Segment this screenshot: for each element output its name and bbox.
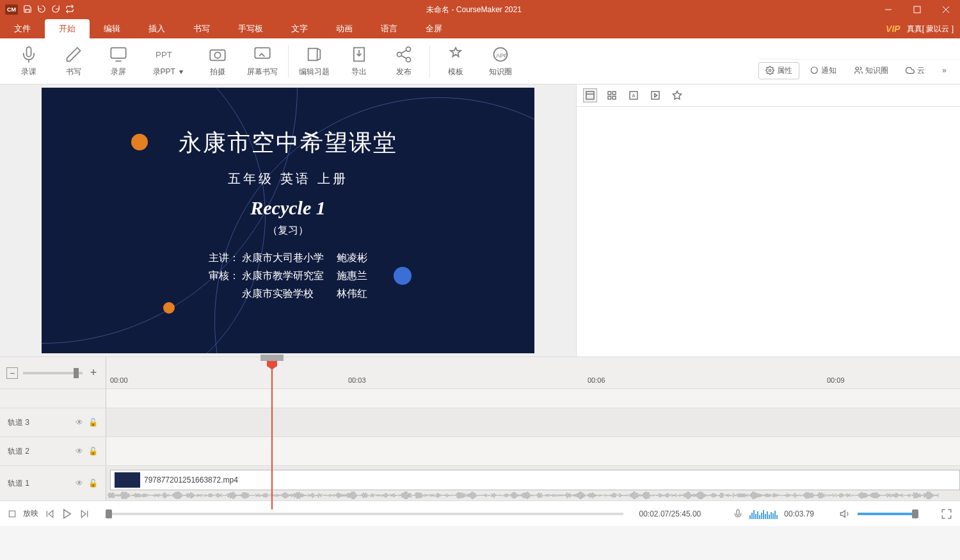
undo-icon[interactable]	[37, 4, 46, 15]
menu-write[interactable]: 书写	[179, 19, 224, 38]
tool-record[interactable]: 录课	[6, 38, 51, 84]
mic-icon[interactable]	[733, 509, 743, 519]
tool-screen[interactable]: 录屏	[96, 38, 141, 84]
svg-rect-4	[111, 47, 125, 58]
panel-layout-icon[interactable]	[583, 88, 597, 102]
svg-rect-24	[612, 92, 616, 95]
timeline-ruler[interactable]: 00:00 00:03 00:06 00:09	[106, 357, 960, 389]
eye-icon[interactable]: 👁	[76, 447, 83, 456]
tool-publish[interactable]: 发布	[381, 38, 426, 84]
timeline: − + 00:00 00:03 00:06 00:09 轨道 3👁🔓 轨道 2👁…	[0, 356, 960, 500]
tab-circle[interactable]: 知识圈	[847, 62, 895, 79]
tab-notify[interactable]: 通知	[803, 62, 844, 79]
svg-rect-23	[608, 92, 611, 95]
menu-handwrite[interactable]: 手写板	[224, 19, 277, 38]
svg-rect-9	[255, 47, 269, 58]
volume-slider[interactable]	[858, 513, 915, 515]
stop-icon[interactable]	[8, 509, 17, 518]
window-title: 未命名 - CourseMaker 2021	[74, 4, 874, 15]
app-logo: CM	[5, 4, 18, 15]
svg-rect-7	[210, 50, 225, 60]
minimize-button[interactable]	[874, 0, 902, 19]
svg-rect-21	[586, 92, 594, 99]
audio-meter	[749, 509, 778, 519]
tool-screenwrite[interactable]: 屏幕书写	[240, 38, 285, 84]
svg-line-15	[401, 50, 406, 53]
panel-star-icon[interactable]	[670, 88, 684, 102]
panel-play-icon[interactable]	[648, 88, 662, 102]
track-3[interactable]: 轨道 3👁🔓	[0, 408, 960, 436]
maximize-button[interactable]	[902, 0, 931, 19]
more-icon[interactable]: »	[935, 63, 954, 78]
menubar: 文件 开始 编辑 插入 书写 手写板 文字 动画 语言 全屏 VIP 真真[ 蒙…	[0, 19, 960, 38]
svg-rect-1	[914, 6, 920, 13]
tool-write[interactable]: 书写	[51, 38, 96, 84]
panel-grid-icon[interactable]	[605, 88, 619, 102]
menu-start[interactable]: 开始	[45, 19, 90, 38]
video-clip[interactable]: 797877201251663872.mp4	[110, 470, 960, 490]
menu-anim[interactable]: 动画	[322, 19, 367, 38]
user-label[interactable]: 真真[ 蒙以云 ]	[907, 24, 954, 35]
zoom-in-button[interactable]: +	[88, 367, 99, 379]
svg-rect-29	[652, 92, 659, 99]
svg-text:PPT: PPT	[156, 50, 172, 60]
eye-icon[interactable]: 👁	[76, 479, 83, 488]
clip-filename: 797877201251663872.mp4	[144, 476, 238, 484]
volume-icon[interactable]	[840, 508, 851, 520]
menu-fullscreen[interactable]: 全屏	[412, 19, 456, 38]
main-area: 永康市空中希望课堂 五年级 英语 上册 Recycle 1 （复习） 主讲： 永…	[0, 84, 960, 356]
next-icon[interactable]	[79, 509, 90, 519]
properties-panel: A	[576, 84, 960, 356]
vip-badge[interactable]: VIP	[886, 24, 900, 34]
menu-lang[interactable]: 语言	[367, 19, 412, 38]
svg-marker-36	[81, 510, 86, 517]
svg-point-13	[397, 52, 402, 56]
svg-point-14	[406, 57, 411, 61]
lock-icon[interactable]: 🔓	[88, 447, 98, 456]
tab-cloud[interactable]: 云	[899, 62, 932, 79]
close-button[interactable]	[931, 0, 960, 19]
svg-point-8	[214, 52, 220, 58]
menu-insert[interactable]: 插入	[134, 19, 179, 38]
svg-rect-25	[608, 96, 611, 99]
preview-area: 永康市空中希望课堂 五年级 英语 上册 Recycle 1 （复习） 主讲： 永…	[0, 84, 576, 356]
slide-note: （复习）	[42, 224, 534, 237]
redo-icon[interactable]	[51, 4, 60, 15]
prev-icon[interactable]	[45, 509, 55, 519]
slide-title2: Recycle 1	[42, 197, 534, 219]
titlebar: CM 未命名 - CourseMaker 2021	[0, 0, 960, 19]
track-1[interactable]: 轨道 1👁🔓 797877201251663872.mp4	[0, 465, 960, 500]
menu-edit[interactable]: 编辑	[90, 19, 134, 38]
tool-photo[interactable]: 拍摄	[195, 38, 240, 84]
panel-text-icon[interactable]: A	[627, 88, 641, 102]
waveform	[108, 492, 940, 499]
menu-file[interactable]: 文件	[0, 19, 45, 38]
play-icon[interactable]	[61, 508, 73, 520]
menu-text[interactable]: 文字	[277, 19, 322, 38]
save-icon[interactable]	[23, 4, 32, 15]
play-label[interactable]: 放映	[23, 508, 38, 519]
zoom-out-button[interactable]: −	[6, 367, 18, 379]
slide-credits: 主讲： 永康市大司巷小学 鲍凌彬 审核： 永康市教学研究室 施惠兰 永康市实验学…	[42, 249, 534, 303]
lock-icon[interactable]: 🔓	[88, 418, 98, 427]
tab-props[interactable]: 属性	[758, 62, 799, 79]
tool-knowledge[interactable]: APP知识圈	[478, 38, 523, 84]
svg-marker-31	[673, 91, 681, 99]
slide-preview[interactable]: 永康市空中希望课堂 五年级 英语 上册 Recycle 1 （复习） 主讲： 永…	[42, 88, 534, 353]
fullscreen-icon[interactable]	[941, 508, 952, 520]
swap-icon[interactable]	[65, 4, 74, 15]
tool-template[interactable]: 模板	[433, 38, 478, 84]
track-2[interactable]: 轨道 2👁🔓	[0, 436, 960, 465]
progress-slider[interactable]	[106, 513, 623, 515]
tool-export[interactable]: 导出	[337, 38, 381, 84]
svg-point-20	[856, 67, 859, 70]
zoom-slider[interactable]	[23, 372, 83, 374]
lock-icon[interactable]: 🔓	[88, 479, 98, 488]
tool-exercise[interactable]: 编辑习题	[292, 38, 337, 84]
svg-rect-26	[612, 96, 616, 99]
tool-ppt[interactable]: PPT录PPT ▾	[141, 38, 195, 84]
playhead[interactable]	[271, 357, 273, 509]
svg-marker-35	[64, 509, 71, 518]
toolbar: 录课 书写 录屏 PPT录PPT ▾ 拍摄 屏幕书写 编辑习题 导出 发布 模板…	[0, 38, 960, 84]
eye-icon[interactable]: 👁	[76, 418, 83, 427]
